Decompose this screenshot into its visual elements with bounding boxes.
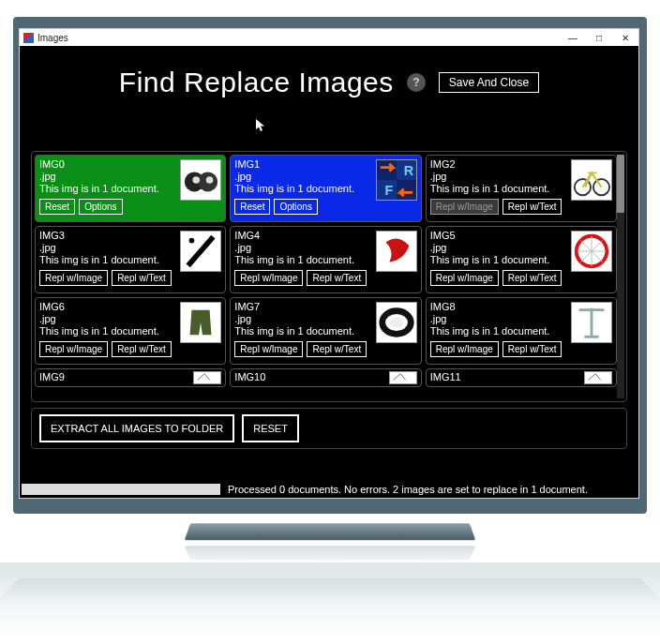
- mouse-cursor-icon: [256, 119, 265, 132]
- image-cell[interactable]: IMG3.jpgThis img is in 1 document.Repl w…: [35, 226, 226, 293]
- cell-replace-text-button[interactable]: Repl w/Text: [112, 270, 172, 286]
- cell-options-button[interactable]: Options: [274, 199, 317, 215]
- cell-replace-text-button[interactable]: Repl w/Text: [307, 270, 367, 286]
- cell-replace-image-button[interactable]: Repl w/Image: [430, 199, 499, 215]
- scrollbar-thumb[interactable]: [617, 155, 624, 213]
- image-grid-panel: IMG0.jpgThis img is in 1 document.ResetO…: [31, 151, 627, 402]
- os-window: Images — □ ✕ Find Replace Images ? Save …: [19, 28, 639, 499]
- monitor-bezel: Images — □ ✕ Find Replace Images ? Save …: [13, 17, 647, 514]
- image-cell[interactable]: IMG2.jpgThis img is in 1 document.Repl w…: [426, 155, 617, 222]
- cell-options-button[interactable]: Options: [79, 199, 122, 215]
- status-text: Processed 0 documents. No errors. 2 imag…: [220, 484, 588, 495]
- svg-point-29: [389, 317, 403, 327]
- window-minimize-button[interactable]: —: [560, 29, 586, 46]
- image-thumbnail: [180, 302, 221, 343]
- cell-replace-image-button[interactable]: Repl w/Image: [430, 341, 499, 357]
- window-close-button[interactable]: ✕: [612, 29, 638, 46]
- image-cell[interactable]: IMG4.jpgThis img is in 1 document.Repl w…: [230, 226, 421, 293]
- extract-all-button[interactable]: EXTRACT ALL IMAGES TO FOLDER: [39, 414, 234, 442]
- help-button[interactable]: ?: [407, 73, 426, 92]
- image-cell[interactable]: IMG11: [426, 368, 617, 387]
- image-cell[interactable]: IMG7.jpgThis img is in 1 document.Repl w…: [230, 297, 421, 365]
- reset-all-button[interactable]: RESET: [242, 414, 299, 442]
- image-thumbnail: [389, 371, 417, 384]
- cell-replace-image-button[interactable]: Repl w/Image: [39, 341, 108, 357]
- cell-replace-text-button[interactable]: Repl w/Text: [307, 341, 367, 357]
- image-cell[interactable]: IMG5.jpgThis img is in 1 document.Repl w…: [426, 226, 617, 293]
- cell-replace-image-button[interactable]: Repl w/Image: [234, 341, 303, 357]
- image-thumbnail: [571, 159, 612, 201]
- status-bar: Processed 0 documents. No errors. 2 imag…: [20, 481, 638, 498]
- monitor-stand-reflection: [185, 546, 476, 560]
- image-thumbnail: [180, 231, 221, 272]
- cell-replace-text-button[interactable]: Repl w/Text: [502, 199, 562, 215]
- image-cell[interactable]: IMG8.jpgThis img is in 1 document.Repl w…: [426, 297, 617, 365]
- svg-text:F: F: [384, 183, 393, 198]
- cell-replace-text-button[interactable]: Repl w/Text: [112, 341, 172, 357]
- image-thumbnail: [571, 231, 612, 272]
- image-thumbnail: [584, 371, 612, 384]
- image-thumbnail: [376, 231, 417, 272]
- grid-scrollbar[interactable]: [617, 155, 624, 398]
- svg-text:R: R: [403, 163, 413, 178]
- app-header: Find Replace Images ? Save And Close: [20, 67, 638, 98]
- cell-replace-text-button[interactable]: Repl w/Text: [502, 270, 562, 286]
- image-thumbnail: [376, 302, 417, 343]
- window-titlebar: Images — □ ✕: [20, 29, 638, 46]
- cell-replace-image-button[interactable]: Repl w/Image: [39, 270, 108, 286]
- cell-replace-text-button[interactable]: Repl w/Text: [502, 341, 562, 357]
- app-body: Find Replace Images ? Save And Close IMG…: [20, 46, 638, 498]
- image-thumbnail: [571, 302, 612, 343]
- cell-reset-button[interactable]: Reset: [39, 199, 75, 215]
- footer-actions: EXTRACT ALL IMAGES TO FOLDER RESET: [31, 408, 627, 449]
- monitor-stand: [185, 523, 476, 540]
- svg-point-4: [206, 176, 214, 184]
- save-and-close-button[interactable]: Save And Close: [439, 72, 539, 93]
- image-thumbnail: RF: [376, 159, 417, 201]
- image-cell[interactable]: IMG10: [230, 368, 421, 387]
- cell-replace-image-button[interactable]: Repl w/Image: [234, 270, 303, 286]
- cell-replace-image-button[interactable]: Repl w/Image: [430, 270, 499, 286]
- cell-reset-button[interactable]: Reset: [234, 199, 270, 215]
- app-icon: [23, 33, 34, 43]
- image-cell[interactable]: IMG6.jpgThis img is in 1 document.Repl w…: [35, 297, 226, 365]
- page-title: Find Replace Images: [119, 67, 394, 98]
- image-thumbnail: [180, 159, 221, 201]
- svg-point-14: [189, 238, 195, 244]
- image-cell[interactable]: RFIMG1.jpgThis img is in 1 document.Rese…: [230, 155, 421, 222]
- image-thumbnail: [193, 371, 221, 384]
- image-cell[interactable]: IMG9: [35, 368, 226, 387]
- window-maximize-button[interactable]: □: [586, 29, 612, 46]
- window-title: Images: [38, 33, 68, 43]
- svg-point-3: [193, 176, 201, 184]
- image-cell[interactable]: IMG0.jpgThis img is in 1 document.ResetO…: [35, 155, 226, 222]
- progress-bar: [22, 484, 220, 495]
